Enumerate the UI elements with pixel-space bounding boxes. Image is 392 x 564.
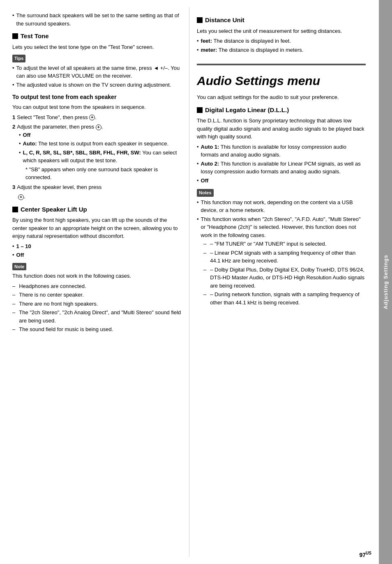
step-1-label: Select "Test Tone", then press <box>17 114 88 120</box>
dll-note-5: – – Dolby Digital Plus, Dolby Digital EX… <box>203 266 366 290</box>
bullet-dot: • <box>197 143 199 159</box>
dll-bullet-2: • Auto 2: This function is available for… <box>197 160 366 176</box>
center-speaker-title: Center Speaker Lift Up <box>21 205 87 214</box>
bullet-dot: • <box>19 131 21 139</box>
dll-bullet-3: • Off <box>197 177 366 185</box>
dll-bullet-2-text: Auto 2: This function is available for L… <box>201 160 366 176</box>
page-num-suffix: US <box>366 551 371 555</box>
audio-settings-big-heading: Audio Settings menu <box>197 70 366 88</box>
dll-title: Digital Legato Linear (D.L.L.) <box>205 106 289 115</box>
distance-bullet-1: • feet: The distance is displayed in fee… <box>197 37 366 45</box>
step-2: 2 Adjust the parameter, then press +. • … <box>12 123 182 182</box>
square-icon-4 <box>197 107 203 113</box>
circle-icon-2: + <box>96 124 101 130</box>
note-item-4-text: The "2ch Stereo", "2ch Analog Direct", a… <box>19 308 182 325</box>
step2-sub-1: • Auto: The test tone is output from eac… <box>19 140 182 148</box>
step-1-text: Select "Test Tone", then press +. <box>17 113 97 122</box>
bullet-dot: • <box>12 12 14 28</box>
main-content: • The surround back speakers will be set… <box>0 0 392 564</box>
tips-label: Tips <box>12 55 25 62</box>
bullet-dot: • <box>12 81 14 89</box>
square-icon-3 <box>197 17 203 23</box>
step2-sub-2-text: L, C, R, SR, SL, SB*, SBL, SBR, FHL, FHR… <box>23 149 182 165</box>
circle-icon-3: + <box>18 194 24 200</box>
center-bullet-1-text: 1 – 10 <box>16 242 31 251</box>
distance-bullet-1-text: feet: The distance is displayed in feet. <box>201 37 291 45</box>
bullet-dot: • <box>197 215 199 239</box>
dll-note-1: • This function may not work, depending … <box>197 198 366 214</box>
step-2-text: Adjust the parameter, then press +. <box>17 123 103 131</box>
distance-bullet-2-text: meter: The distance is displayed in mete… <box>201 46 304 54</box>
bullet-dot: – <box>12 282 15 290</box>
circle-icon-1: + <box>89 115 95 120</box>
intro-bullet-text: The surround back speakers will be set t… <box>16 12 182 28</box>
bullet-dot: • <box>197 37 199 45</box>
bullet-dot: • <box>197 160 199 176</box>
note-text: This function does not work in the follo… <box>12 272 182 280</box>
bullet-dot: – <box>203 240 206 248</box>
note-item-2-text: There is no center speaker. <box>19 291 84 299</box>
note-item-5: – The sound field for music is being use… <box>12 325 182 334</box>
center-note-section: Note This function does not work in the … <box>12 262 182 334</box>
step-2-label: Adjust the parameter, then press <box>17 124 94 130</box>
step-2-subitems: • Off • Auto: The test tone is output fr… <box>19 131 182 182</box>
step-3-num: 3 <box>12 183 15 191</box>
step-3-text: Adjust the speaker level, then press <box>17 183 101 191</box>
step-1: 1 Select "Test Tone", then press +. <box>12 113 182 122</box>
center-bullet-1: • 1 – 10 <box>12 242 182 251</box>
step-3-label: Adjust the speaker level, then press <box>17 184 101 190</box>
bullet-dot: • <box>19 140 21 148</box>
bullet-dot: • <box>12 64 14 80</box>
step-3: 3 Adjust the speaker level, then press <box>12 183 182 191</box>
bullet-dot: • <box>12 242 14 251</box>
step2-sub-0: • Off <box>19 131 182 139</box>
output-subheading-text: To output test tone from each speaker <box>12 94 116 100</box>
side-tab-text: Adjusting Settings <box>383 255 389 309</box>
test-tone-title: Test Tone <box>21 32 49 41</box>
dll-note-6-text: – During network function, signals with … <box>210 290 366 306</box>
dll-note-3: – – "FM TUNER" or "AM TUNER" input is se… <box>203 240 366 248</box>
center-bullet-2: • Off <box>12 251 182 259</box>
tip-text-2: The adjusted value is shown on the TV sc… <box>16 81 171 89</box>
audio-settings-intro: You can adjust settings for the audio to… <box>197 93 366 101</box>
dll-desc: The D.L.L. function is Sony proprietary … <box>197 117 366 141</box>
center-speaker-heading: Center Speaker Lift Up <box>12 205 182 214</box>
note-item-5-text: The sound field for music is being used. <box>19 325 113 334</box>
bullet-dot: – <box>12 308 15 325</box>
dll-heading: Digital Legato Linear (D.L.L.) <box>197 106 366 115</box>
dll-note-2: • This function works when "2ch Stereo",… <box>197 215 366 239</box>
dll-notes-section: Notes • This function may not work, depe… <box>197 189 366 306</box>
intro-bullet: • The surround back speakers will be set… <box>12 12 182 28</box>
test-tone-heading: Test Tone <box>12 32 182 41</box>
left-column: • The surround back speakers will be set… <box>0 7 189 557</box>
step2-sub-1-text: Auto: The test tone is output from each … <box>23 140 169 148</box>
right-column: Distance Unit Lets you select the unit o… <box>189 7 378 557</box>
dll-note-5-text: – Dolby Digital Plus, Dolby Digital EX, … <box>210 266 366 290</box>
dll-bullet-3-text: Off <box>201 177 209 185</box>
bullet-dot: – <box>12 291 15 299</box>
bullet-dot: – <box>203 266 206 290</box>
dll-note-4: – – Linear PCM signals with a sampling f… <box>203 249 366 265</box>
dll-note-4-text: – Linear PCM signals with a sampling fre… <box>210 249 366 265</box>
bullet-dot: – <box>203 249 206 265</box>
bullet-dot: – <box>12 300 15 308</box>
test-tone-desc: Lets you select the test tone type on th… <box>12 43 182 51</box>
dll-bullet-1: • Auto 1: This function is available for… <box>197 143 366 159</box>
note-item-3: – There are no front high speakers. <box>12 300 182 308</box>
tips-section: Tips • To adjust the level of all speake… <box>12 54 182 89</box>
square-icon <box>12 33 18 39</box>
dll-note-3-text: – "FM TUNER" or "AM TUNER" input is sele… <box>210 240 326 248</box>
step2-sub-2: • L, C, R, SR, SL, SB*, SBL, SBR, FHL, F… <box>19 149 182 165</box>
step-3-circle: +. <box>18 193 182 201</box>
center-speaker-desc: By using the front high speakers, you ca… <box>12 216 182 240</box>
note-item-1: – Headphones are connected. <box>12 282 182 290</box>
step-2-header: 2 Adjust the parameter, then press +. <box>12 123 182 131</box>
steps-list: 1 Select "Test Tone", then press +. 2 Ad… <box>12 113 182 201</box>
output-subheading: To output test tone from each speaker <box>12 93 182 101</box>
tip-item-1: • To adjust the level of all speakers at… <box>12 64 182 80</box>
tip-item-2: • The adjusted value is shown on the TV … <box>12 81 182 89</box>
page-container: • The surround back speakers will be set… <box>0 0 392 564</box>
center-bullet-2-text: Off <box>16 251 24 259</box>
dll-note-2-text: This function works when "2ch Stereo", "… <box>201 215 366 239</box>
bullet-dot: – <box>203 290 206 306</box>
